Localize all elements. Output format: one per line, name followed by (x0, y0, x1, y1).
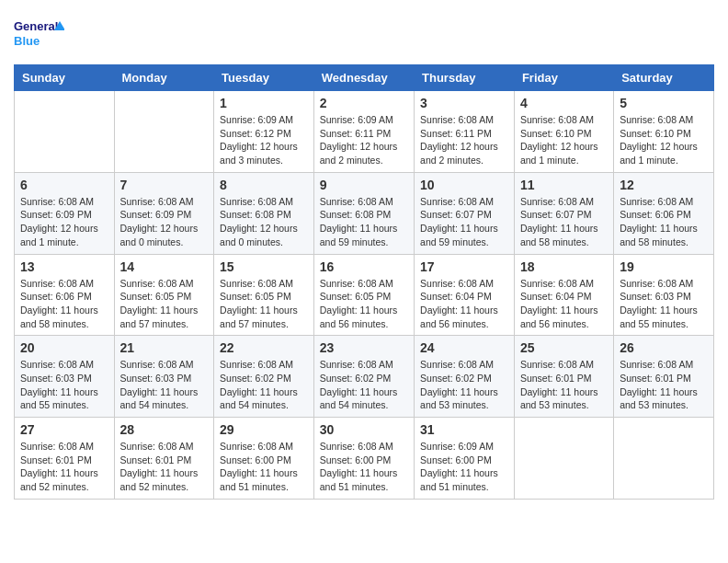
day-info: Sunrise: 6:08 AM Sunset: 6:07 PM Dayligh… (520, 195, 608, 249)
day-number: 21 (120, 340, 209, 355)
day-number: 24 (420, 340, 508, 355)
calendar-day-cell: 15Sunrise: 6:08 AM Sunset: 6:05 PM Dayli… (214, 254, 314, 336)
day-number: 14 (120, 259, 209, 274)
calendar-day-cell: 6Sunrise: 6:08 AM Sunset: 6:09 PM Daylig… (15, 172, 115, 254)
day-info: Sunrise: 6:08 AM Sunset: 6:07 PM Dayligh… (420, 195, 508, 249)
day-info: Sunrise: 6:08 AM Sunset: 6:01 PM Dayligh… (120, 440, 209, 494)
day-info: Sunrise: 6:08 AM Sunset: 6:10 PM Dayligh… (620, 113, 708, 167)
day-info: Sunrise: 6:08 AM Sunset: 6:05 PM Dayligh… (120, 277, 209, 331)
calendar-body: 1Sunrise: 6:09 AM Sunset: 6:12 PM Daylig… (15, 91, 714, 500)
calendar-day-cell (114, 91, 214, 173)
weekday-header-row: SundayMondayTuesdayWednesdayThursdayFrid… (15, 65, 714, 91)
calendar-day-cell: 9Sunrise: 6:08 AM Sunset: 6:08 PM Daylig… (313, 172, 414, 254)
day-info: Sunrise: 6:08 AM Sunset: 6:05 PM Dayligh… (320, 277, 408, 331)
calendar-day-cell: 5Sunrise: 6:08 AM Sunset: 6:10 PM Daylig… (614, 91, 714, 173)
calendar-day-cell: 10Sunrise: 6:08 AM Sunset: 6:07 PM Dayli… (415, 172, 515, 254)
day-info: Sunrise: 6:08 AM Sunset: 6:00 PM Dayligh… (320, 440, 408, 494)
calendar-table: SundayMondayTuesdayWednesdayThursdayFrid… (14, 64, 714, 500)
calendar-day-cell: 30Sunrise: 6:08 AM Sunset: 6:00 PM Dayli… (313, 418, 414, 500)
day-info: Sunrise: 6:08 AM Sunset: 6:03 PM Dayligh… (20, 358, 108, 412)
calendar-week-row: 20Sunrise: 6:08 AM Sunset: 6:03 PM Dayli… (15, 336, 714, 418)
calendar-day-cell: 24Sunrise: 6:08 AM Sunset: 6:02 PM Dayli… (415, 336, 515, 418)
weekday-header-cell: Sunday (15, 65, 115, 91)
weekday-header-cell: Wednesday (313, 65, 414, 91)
calendar-day-cell (614, 418, 714, 500)
day-number: 7 (120, 178, 209, 192)
day-info: Sunrise: 6:08 AM Sunset: 6:08 PM Dayligh… (320, 195, 408, 249)
calendar-day-cell: 7Sunrise: 6:08 AM Sunset: 6:09 PM Daylig… (114, 172, 214, 254)
calendar-week-row: 6Sunrise: 6:08 AM Sunset: 6:09 PM Daylig… (15, 172, 714, 254)
calendar-day-cell: 25Sunrise: 6:08 AM Sunset: 6:01 PM Dayli… (514, 336, 613, 418)
calendar-day-cell: 19Sunrise: 6:08 AM Sunset: 6:03 PM Dayli… (614, 254, 714, 336)
calendar-day-cell: 1Sunrise: 6:09 AM Sunset: 6:12 PM Daylig… (214, 91, 314, 173)
day-info: Sunrise: 6:08 AM Sunset: 6:11 PM Dayligh… (420, 113, 508, 167)
weekday-header-cell: Tuesday (214, 65, 314, 91)
day-info: Sunrise: 6:08 AM Sunset: 6:06 PM Dayligh… (620, 195, 708, 249)
calendar-day-cell: 21Sunrise: 6:08 AM Sunset: 6:03 PM Dayli… (114, 336, 214, 418)
calendar-day-cell: 27Sunrise: 6:08 AM Sunset: 6:01 PM Dayli… (15, 418, 115, 500)
day-info: Sunrise: 6:08 AM Sunset: 6:01 PM Dayligh… (20, 440, 108, 494)
calendar-day-cell: 11Sunrise: 6:08 AM Sunset: 6:07 PM Dayli… (514, 172, 613, 254)
calendar-day-cell: 17Sunrise: 6:08 AM Sunset: 6:04 PM Dayli… (415, 254, 515, 336)
day-number: 9 (320, 178, 408, 192)
day-number: 15 (220, 259, 308, 274)
day-number: 31 (420, 422, 508, 437)
day-info: Sunrise: 6:08 AM Sunset: 6:08 PM Dayligh… (220, 195, 308, 249)
calendar-week-row: 1Sunrise: 6:09 AM Sunset: 6:12 PM Daylig… (15, 91, 714, 173)
weekday-header-cell: Friday (514, 65, 613, 91)
logo: General Blue (14, 14, 64, 55)
day-number: 29 (220, 422, 308, 437)
day-number: 27 (20, 422, 108, 437)
day-info: Sunrise: 6:08 AM Sunset: 6:02 PM Dayligh… (220, 358, 308, 412)
day-info: Sunrise: 6:08 AM Sunset: 6:09 PM Dayligh… (20, 195, 108, 249)
calendar-day-cell: 8Sunrise: 6:08 AM Sunset: 6:08 PM Daylig… (214, 172, 314, 254)
calendar-day-cell: 16Sunrise: 6:08 AM Sunset: 6:05 PM Dayli… (313, 254, 414, 336)
day-number: 19 (620, 259, 708, 274)
calendar-day-cell: 4Sunrise: 6:08 AM Sunset: 6:10 PM Daylig… (514, 91, 613, 173)
calendar-day-cell: 18Sunrise: 6:08 AM Sunset: 6:04 PM Dayli… (514, 254, 613, 336)
day-number: 5 (620, 96, 708, 110)
calendar-day-cell (15, 91, 115, 173)
calendar-day-cell: 14Sunrise: 6:08 AM Sunset: 6:05 PM Dayli… (114, 254, 214, 336)
weekday-header-cell: Thursday (415, 65, 515, 91)
day-info: Sunrise: 6:08 AM Sunset: 6:10 PM Dayligh… (520, 113, 608, 167)
calendar-week-row: 13Sunrise: 6:08 AM Sunset: 6:06 PM Dayli… (15, 254, 714, 336)
day-info: Sunrise: 6:08 AM Sunset: 6:02 PM Dayligh… (320, 358, 408, 412)
day-number: 11 (520, 178, 608, 192)
day-info: Sunrise: 6:08 AM Sunset: 6:03 PM Dayligh… (120, 358, 209, 412)
day-info: Sunrise: 6:09 AM Sunset: 6:00 PM Dayligh… (420, 440, 508, 494)
calendar-day-cell (514, 418, 613, 500)
day-number: 20 (20, 340, 108, 355)
weekday-header-cell: Monday (114, 65, 214, 91)
calendar-day-cell: 29Sunrise: 6:08 AM Sunset: 6:00 PM Dayli… (214, 418, 314, 500)
day-number: 18 (520, 259, 608, 274)
calendar-day-cell: 20Sunrise: 6:08 AM Sunset: 6:03 PM Dayli… (15, 336, 115, 418)
day-number: 26 (620, 340, 708, 355)
calendar-day-cell: 3Sunrise: 6:08 AM Sunset: 6:11 PM Daylig… (415, 91, 515, 173)
day-info: Sunrise: 6:08 AM Sunset: 6:09 PM Dayligh… (120, 195, 209, 249)
day-number: 10 (420, 178, 508, 192)
day-info: Sunrise: 6:08 AM Sunset: 6:05 PM Dayligh… (220, 277, 308, 331)
calendar-day-cell: 31Sunrise: 6:09 AM Sunset: 6:00 PM Dayli… (415, 418, 515, 500)
calendar-day-cell: 23Sunrise: 6:08 AM Sunset: 6:02 PM Dayli… (313, 336, 414, 418)
day-number: 22 (220, 340, 308, 355)
day-info: Sunrise: 6:09 AM Sunset: 6:12 PM Dayligh… (220, 113, 308, 167)
day-number: 3 (420, 96, 508, 110)
day-number: 17 (420, 259, 508, 274)
day-number: 30 (320, 422, 408, 437)
calendar-day-cell: 13Sunrise: 6:08 AM Sunset: 6:06 PM Dayli… (15, 254, 115, 336)
svg-text:General: General (14, 19, 58, 33)
day-number: 28 (120, 422, 209, 437)
calendar-day-cell: 26Sunrise: 6:08 AM Sunset: 6:01 PM Dayli… (614, 336, 714, 418)
day-number: 23 (320, 340, 408, 355)
calendar-day-cell: 22Sunrise: 6:08 AM Sunset: 6:02 PM Dayli… (214, 336, 314, 418)
day-number: 6 (20, 178, 108, 192)
day-number: 16 (320, 259, 408, 274)
day-number: 4 (520, 96, 608, 110)
calendar-day-cell: 28Sunrise: 6:08 AM Sunset: 6:01 PM Dayli… (114, 418, 214, 500)
day-number: 12 (620, 178, 708, 192)
day-number: 8 (220, 178, 308, 192)
day-info: Sunrise: 6:08 AM Sunset: 6:02 PM Dayligh… (420, 358, 508, 412)
day-info: Sunrise: 6:08 AM Sunset: 6:04 PM Dayligh… (420, 277, 508, 331)
day-info: Sunrise: 6:08 AM Sunset: 6:04 PM Dayligh… (520, 277, 608, 331)
